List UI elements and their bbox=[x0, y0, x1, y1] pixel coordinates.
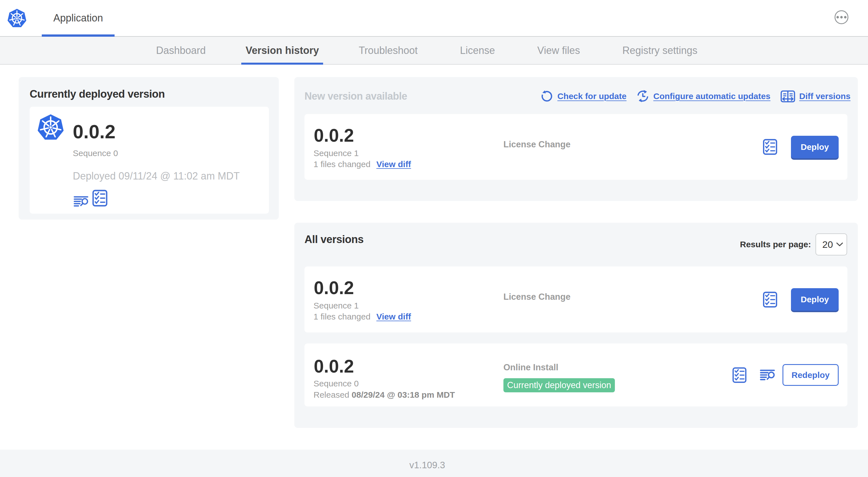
app-header: Application bbox=[0, 0, 868, 37]
row-sequence: Sequence 1 bbox=[313, 301, 359, 310]
new-version-row: 0.0.2 Sequence 1 1 files changed View di… bbox=[305, 114, 847, 180]
deployed-version-card: 0.0.2 Sequence 0 Deployed 09/11/24 @ 11:… bbox=[30, 107, 269, 214]
row-version-number: 0.0.2 bbox=[314, 126, 354, 145]
version-actions: Redeploy bbox=[732, 344, 839, 407]
released-label: Released bbox=[313, 390, 349, 399]
deployed-version-number: 0.0.2 bbox=[73, 122, 116, 141]
configure-automatic-updates-link[interactable]: Configure automatic updates bbox=[637, 90, 770, 103]
version-status-label: License Change bbox=[503, 140, 570, 149]
all-versions-panel: All versions Results per page: 20 0.0.2 … bbox=[294, 223, 858, 428]
view-diff-link[interactable]: View diff bbox=[376, 160, 411, 169]
currently-deployed-title: Currently deployed version bbox=[30, 89, 165, 99]
version-actions: Deploy bbox=[763, 114, 839, 180]
configure-automatic-updates-label: Configure automatic updates bbox=[653, 91, 770, 101]
app-icon-kubernetes bbox=[37, 114, 64, 141]
results-per-page-value: 20 bbox=[822, 239, 833, 250]
files-changed: 1 files changed bbox=[313, 160, 371, 169]
console-version: v1.109.3 bbox=[409, 460, 445, 471]
redeploy-button[interactable]: Redeploy bbox=[782, 364, 839, 386]
version-status-label: License Change bbox=[503, 292, 570, 301]
deploy-button[interactable]: Deploy bbox=[791, 288, 839, 311]
results-per-page-label: Results per page: bbox=[740, 240, 811, 249]
deployed-sequence: Sequence 0 bbox=[73, 149, 118, 157]
check-for-update-label: Check for update bbox=[557, 91, 626, 101]
row-version-number: 0.0.2 bbox=[314, 279, 354, 297]
new-version-title: New version available bbox=[305, 91, 407, 101]
version-status-column: License Change bbox=[503, 114, 570, 180]
diff-versions-label: Diff versions bbox=[799, 91, 850, 101]
currently-deployed-badge: Currently deployed version bbox=[503, 378, 615, 392]
version-status-label: Online Install bbox=[503, 363, 558, 372]
tab-registry-settings[interactable]: Registry settings bbox=[616, 37, 704, 64]
preflight-checks-icon[interactable] bbox=[763, 292, 778, 308]
sub-navbar: Dashboard Version history Troubleshoot L… bbox=[0, 37, 868, 65]
app-tab-active-underline bbox=[42, 34, 115, 37]
app-footer: v1.109.3 bbox=[0, 450, 868, 477]
row-sequence: Sequence 1 bbox=[313, 149, 359, 157]
results-per-page-select[interactable]: 20 bbox=[815, 233, 847, 256]
tab-view-files[interactable]: View files bbox=[530, 37, 587, 64]
deploy-logs-icon[interactable] bbox=[74, 196, 88, 207]
released-date: Released 08/29/24 @ 03:18 pm MDT bbox=[313, 391, 455, 399]
preflight-checks-icon[interactable] bbox=[92, 190, 107, 207]
files-changed: 1 files changed bbox=[313, 312, 371, 321]
deployed-date: Deployed 09/11/24 @ 11:02 am MDT bbox=[73, 171, 240, 181]
released-date-value: 08/29/24 @ 03:18 pm MDT bbox=[351, 390, 455, 399]
preflight-checks-icon[interactable] bbox=[763, 139, 778, 155]
deploy-logs-icon[interactable] bbox=[760, 369, 775, 381]
all-versions-title: All versions bbox=[305, 234, 364, 245]
refresh-icon bbox=[541, 90, 553, 103]
diff-versions-link[interactable]: Diff versions bbox=[780, 90, 850, 102]
tab-troubleshoot[interactable]: Troubleshoot bbox=[352, 37, 425, 64]
row-sequence: Sequence 0 bbox=[313, 379, 359, 388]
new-version-panel: New version available Check for update C… bbox=[294, 77, 858, 201]
preflight-checks-icon[interactable] bbox=[732, 367, 747, 383]
version-actions: Deploy bbox=[763, 266, 839, 332]
files-changed-line: 1 files changed View diff bbox=[313, 312, 411, 321]
version-action-icons bbox=[74, 190, 107, 207]
version-row: 0.0.2 Sequence 1 1 files changed View di… bbox=[305, 266, 847, 332]
files-changed-line: 1 files changed View diff bbox=[313, 160, 411, 169]
version-status-column: Online Install Currently deployed versio… bbox=[503, 344, 615, 407]
version-status-column: License Change bbox=[503, 266, 570, 332]
version-row: 0.0.2 Sequence 0 Released 08/29/24 @ 03:… bbox=[305, 344, 847, 407]
app-tab[interactable]: Application bbox=[42, 0, 115, 36]
tab-license[interactable]: License bbox=[453, 37, 502, 64]
kubernetes-logo-icon bbox=[7, 8, 27, 28]
view-diff-link[interactable]: View diff bbox=[376, 312, 411, 321]
check-for-update-link[interactable]: Check for update bbox=[541, 90, 626, 103]
header-links: Check for update Configure automatic upd… bbox=[541, 89, 850, 103]
deploy-button[interactable]: Deploy bbox=[791, 136, 839, 158]
chevron-down-icon bbox=[836, 242, 843, 247]
auto-update-clock-icon bbox=[637, 90, 649, 103]
row-version-number: 0.0.2 bbox=[314, 357, 354, 376]
currently-deployed-panel: Currently deployed version 0.0.2 Sequenc… bbox=[19, 77, 279, 219]
diff-icon bbox=[780, 90, 795, 102]
nav-tabs: Dashboard Version history Troubleshoot L… bbox=[149, 37, 704, 64]
tab-version-history[interactable]: Version history bbox=[241, 37, 323, 64]
tab-dashboard[interactable]: Dashboard bbox=[149, 37, 213, 64]
more-options-icon[interactable] bbox=[834, 10, 848, 24]
